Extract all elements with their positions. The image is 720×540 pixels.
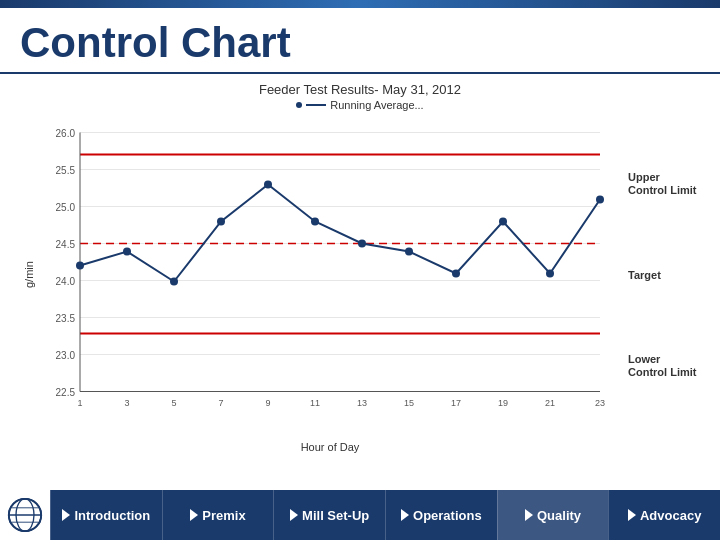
- upper-limit-label: Upper Control Limit: [628, 171, 700, 197]
- svg-text:24.0: 24.0: [56, 276, 76, 287]
- nav-item-quality[interactable]: Quality: [497, 490, 609, 540]
- nav-item-advocacy[interactable]: Advocacy: [608, 490, 720, 540]
- svg-text:1: 1: [77, 398, 82, 408]
- svg-point-33: [76, 262, 84, 270]
- page-title: Control Chart: [20, 20, 700, 66]
- svg-point-44: [596, 196, 604, 204]
- chart-wrapper: g/min 26.0 25.5 25.0 24.5: [20, 115, 700, 435]
- y-axis-label: g/min: [20, 115, 38, 435]
- svg-point-40: [405, 248, 413, 256]
- svg-text:23: 23: [595, 398, 605, 408]
- arrow-icon-advocacy: [628, 509, 636, 521]
- svg-point-36: [217, 218, 225, 226]
- nav-label-operations: Operations: [413, 508, 482, 523]
- chart-subtitle: Feeder Test Results- May 31, 2012: [20, 82, 700, 97]
- svg-point-39: [358, 240, 366, 248]
- svg-text:22.5: 22.5: [56, 387, 76, 398]
- svg-point-42: [499, 218, 507, 226]
- logo-icon: [7, 497, 43, 533]
- legend-dot: [296, 102, 302, 108]
- svg-text:25.0: 25.0: [56, 202, 76, 213]
- arrow-icon-mill-setup: [290, 509, 298, 521]
- svg-text:24.5: 24.5: [56, 239, 76, 250]
- chart-legend: Running Average...: [20, 99, 700, 111]
- svg-point-43: [546, 270, 554, 278]
- svg-point-35: [170, 278, 178, 286]
- nav-logo: [0, 490, 50, 540]
- main-content: Feeder Test Results- May 31, 2012 Runnin…: [0, 74, 720, 474]
- x-axis-label: Hour of Day: [40, 441, 620, 453]
- svg-point-37: [264, 181, 272, 189]
- nav-item-operations[interactable]: Operations: [385, 490, 497, 540]
- nav-items: Introduction Premix Mill Set-Up Operatio…: [50, 490, 720, 540]
- svg-text:19: 19: [498, 398, 508, 408]
- arrow-icon-operations: [401, 509, 409, 521]
- legend-label: Running Average...: [330, 99, 423, 111]
- legend-line: [306, 104, 326, 106]
- svg-text:9: 9: [265, 398, 270, 408]
- svg-point-41: [452, 270, 460, 278]
- nav-item-premix[interactable]: Premix: [162, 490, 274, 540]
- svg-text:17: 17: [451, 398, 461, 408]
- svg-text:23.0: 23.0: [56, 350, 76, 361]
- header: Control Chart: [0, 8, 720, 74]
- lower-limit-label: Lower Control Limit: [628, 353, 700, 379]
- svg-text:3: 3: [124, 398, 129, 408]
- chart-svg: 26.0 25.5 25.0 24.5 24.0 23.5 23.0 22.5: [40, 115, 620, 435]
- svg-text:7: 7: [218, 398, 223, 408]
- nav-label-mill-setup: Mill Set-Up: [302, 508, 369, 523]
- svg-text:23.5: 23.5: [56, 313, 76, 324]
- nav-label-premix: Premix: [202, 508, 245, 523]
- svg-text:5: 5: [171, 398, 176, 408]
- top-bar: [0, 0, 720, 8]
- bottom-nav: Introduction Premix Mill Set-Up Operatio…: [0, 490, 720, 540]
- svg-point-38: [311, 218, 319, 226]
- nav-label-quality: Quality: [537, 508, 581, 523]
- svg-point-34: [123, 248, 131, 256]
- svg-text:13: 13: [357, 398, 367, 408]
- svg-text:15: 15: [404, 398, 414, 408]
- chart-svg-area: 26.0 25.5 25.0 24.5 24.0 23.5 23.0 22.5: [40, 115, 620, 435]
- svg-text:26.0: 26.0: [56, 128, 76, 139]
- arrow-icon-quality: [525, 509, 533, 521]
- arrow-icon-premix: [190, 509, 198, 521]
- target-label: Target: [628, 269, 700, 282]
- chart-area: Feeder Test Results- May 31, 2012 Runnin…: [20, 74, 700, 474]
- nav-label-introduction: Introduction: [74, 508, 150, 523]
- svg-text:11: 11: [310, 398, 320, 408]
- nav-label-advocacy: Advocacy: [640, 508, 701, 523]
- svg-text:21: 21: [545, 398, 555, 408]
- nav-item-mill-setup[interactable]: Mill Set-Up: [273, 490, 385, 540]
- arrow-icon-introduction: [62, 509, 70, 521]
- nav-item-introduction[interactable]: Introduction: [50, 490, 162, 540]
- right-labels: Upper Control Limit Target Lower Control…: [620, 115, 700, 435]
- svg-text:25.5: 25.5: [56, 165, 76, 176]
